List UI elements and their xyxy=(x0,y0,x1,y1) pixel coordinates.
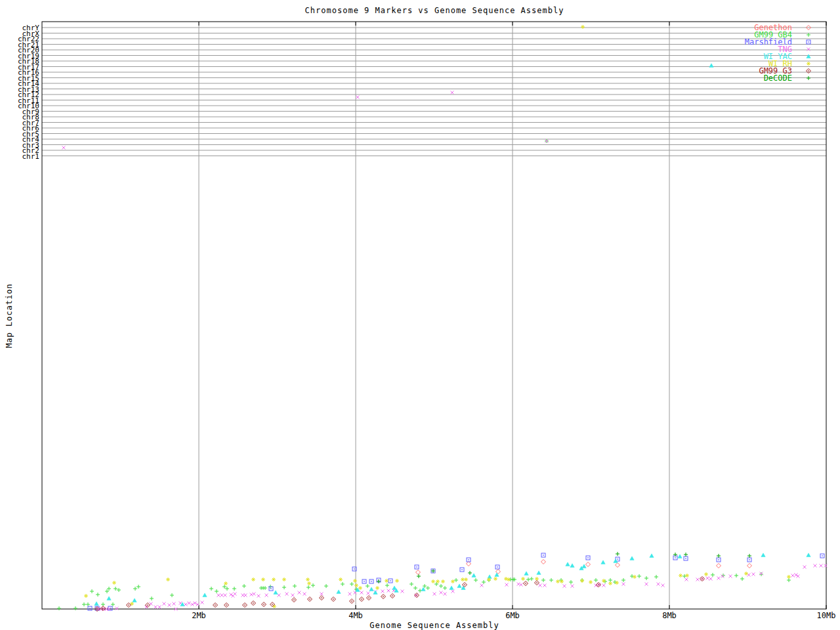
marker-square-center-dot xyxy=(675,557,676,558)
marker-star xyxy=(353,579,357,583)
x-tick-label-2Mb: 2Mb xyxy=(192,611,206,620)
marker-diamond-center-dot xyxy=(226,604,227,606)
marker-triangle xyxy=(582,564,586,568)
marker-cross xyxy=(791,574,795,578)
marker-star xyxy=(807,62,810,66)
marker-triangle xyxy=(650,554,654,558)
marker-diamond-center-dot xyxy=(536,582,537,583)
marker-plus xyxy=(431,569,435,573)
marker-cross xyxy=(220,594,224,597)
marker-star xyxy=(685,574,689,578)
marker-plus xyxy=(311,583,315,587)
marker-star xyxy=(84,594,88,598)
marker-star xyxy=(395,579,399,583)
marker-diamond-center-dot xyxy=(361,598,362,600)
marker-plus xyxy=(232,587,236,591)
chart-page: Chromosome 9 Markers vs Genome Sequence … xyxy=(0,0,840,630)
marker-cross xyxy=(645,583,648,586)
marker-star xyxy=(589,580,593,584)
marker-diamond-center-dot xyxy=(808,70,809,72)
marker-star xyxy=(608,581,612,585)
marker-cross xyxy=(224,594,227,597)
marker-plus xyxy=(630,574,634,578)
marker-triangle xyxy=(274,591,278,595)
marker-star xyxy=(307,581,311,585)
marker-star xyxy=(580,579,584,583)
marker-diamond xyxy=(541,560,546,564)
marker-diamond-center-dot xyxy=(464,584,465,585)
marker-plus xyxy=(711,573,715,577)
marker-diamond-center-dot xyxy=(351,600,352,602)
marker-square-center-dot xyxy=(461,569,463,570)
marker-plus xyxy=(413,586,417,590)
marker-triangle xyxy=(488,575,492,579)
marker-triangle xyxy=(457,584,461,588)
marker-plus xyxy=(341,582,345,586)
x-tick-label-10Mb: 10Mb xyxy=(817,611,836,620)
marker-plus xyxy=(526,578,530,581)
marker-cross xyxy=(62,146,66,150)
marker-diamond-center-dot xyxy=(215,604,216,606)
marker-plus xyxy=(170,593,174,597)
marker-cross xyxy=(440,591,443,595)
marker-cross xyxy=(444,593,447,596)
marker-cross xyxy=(265,594,268,597)
marker-square-center-dot xyxy=(364,581,365,582)
x-tick-label-4Mb: 4Mb xyxy=(348,611,363,620)
marker-plus xyxy=(759,572,763,576)
marker-diamond-center-dot xyxy=(253,602,254,604)
marker-cross xyxy=(803,566,807,569)
marker-plus xyxy=(86,602,90,606)
marker-star xyxy=(464,578,468,581)
marker-cross xyxy=(188,602,191,605)
marker-cross xyxy=(303,593,306,596)
marker-plus xyxy=(377,579,381,583)
marker-cross xyxy=(433,593,436,596)
marker-plus xyxy=(616,552,620,556)
marker-diamond xyxy=(467,562,471,566)
marker-square-center-dot xyxy=(354,568,355,570)
marker-plus xyxy=(439,584,443,588)
marker-diamond-center-dot xyxy=(244,604,245,606)
marker-star xyxy=(441,579,445,583)
marker-plus xyxy=(637,574,641,578)
marker-cross xyxy=(173,602,176,606)
plot-border xyxy=(42,22,826,609)
marker-diamond-center-dot xyxy=(293,599,295,600)
marker-cross xyxy=(807,48,810,51)
marker-cross xyxy=(184,603,188,606)
marker-plus xyxy=(747,554,751,558)
marker-triangle xyxy=(337,590,341,594)
marker-square-center-dot xyxy=(749,559,750,560)
marker-plus xyxy=(82,602,86,606)
marker-diamond-center-dot xyxy=(598,584,599,585)
marker-star xyxy=(385,579,388,583)
marker-cross xyxy=(201,601,204,604)
marker-cross xyxy=(253,593,256,596)
marker-cross xyxy=(696,578,700,581)
marker-diamond-center-dot xyxy=(128,604,129,606)
marker-star xyxy=(251,578,255,581)
marker-star xyxy=(504,577,508,581)
marker-cross xyxy=(752,573,755,576)
x-tick-label-6Mb: 6Mb xyxy=(505,611,520,620)
chart-title: Chromosome 9 Markers vs Genome Sequence … xyxy=(42,6,827,15)
marker-cross xyxy=(387,589,390,593)
marker-cross xyxy=(662,584,665,587)
marker-plus xyxy=(807,76,810,80)
marker-diamond-center-dot xyxy=(309,598,310,600)
marker-cross xyxy=(824,564,828,568)
marker-plus xyxy=(654,575,658,579)
legend-label-decode: DeCODE xyxy=(764,74,792,83)
marker-plus xyxy=(350,582,354,586)
marker-triangle xyxy=(373,591,377,595)
marker-cross xyxy=(367,592,370,595)
marker-star xyxy=(112,581,116,585)
marker-plus xyxy=(133,587,137,591)
marker-square-center-dot xyxy=(468,559,469,560)
marker-cross xyxy=(602,584,606,587)
marker-star xyxy=(679,574,682,578)
marker-cross xyxy=(717,577,721,580)
marker-star xyxy=(339,578,343,581)
marker-cross xyxy=(168,604,171,607)
